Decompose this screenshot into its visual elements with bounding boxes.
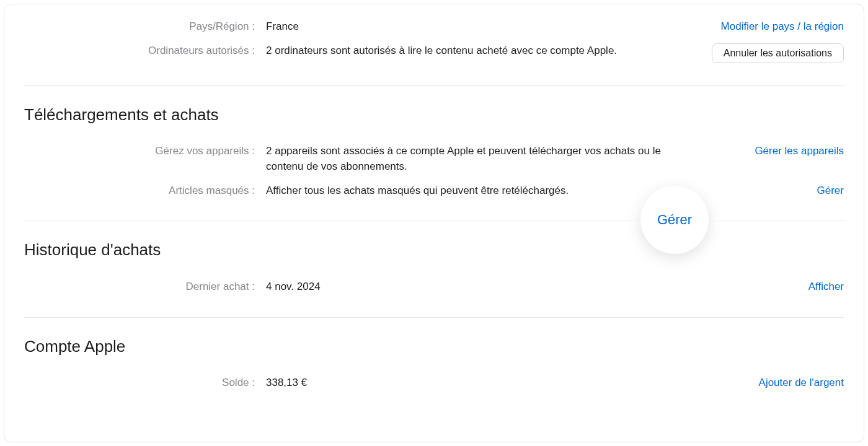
devices-label: Gérez vos appareils : [24, 144, 266, 159]
manage-devices-link[interactable]: Gérer les appareils [755, 144, 844, 159]
divider [24, 317, 844, 318]
manage-hidden-link[interactable]: Gérer [817, 183, 844, 199]
view-history-link[interactable]: Afficher [808, 279, 844, 295]
callout-text: Gérer [657, 210, 692, 230]
account-settings-panel: Pays/Région : France Modifier le pays / … [4, 4, 864, 442]
downloads-section-title: Téléchargements et achats [24, 103, 844, 127]
last-purchase-label: Dernier achat : [24, 279, 266, 295]
manage-devices-row: Gérez vos appareils : 2 appareils sont a… [24, 144, 844, 174]
last-purchase-row: Dernier achat : 4 nov. 2024 Afficher [24, 279, 844, 295]
balance-value: 338,13 € [266, 375, 683, 391]
country-value: France [266, 19, 683, 35]
balance-label: Solde : [24, 375, 266, 391]
apple-account-section-title: Compte Apple [24, 335, 844, 359]
divider [24, 221, 844, 221]
country-label: Pays/Région : [24, 19, 266, 35]
balance-row: Solde : 338,13 € Ajouter de l'argent [24, 375, 844, 391]
divider [24, 85, 844, 86]
last-purchase-value: 4 nov. 2024 [266, 279, 683, 295]
computers-value: 2 ordinateurs sont autorisés à lire le c… [266, 43, 683, 59]
add-funds-link[interactable]: Ajouter de l'argent [759, 375, 844, 391]
history-section-title: Historique d'achats [24, 238, 844, 262]
authorized-computers-row: Ordinateurs autorisés : 2 ordinateurs so… [24, 43, 844, 63]
devices-value: 2 appareils sont associés à ce compte Ap… [266, 144, 683, 174]
hidden-items-row: Articles masqués : Afficher tous les ach… [24, 183, 844, 199]
deauthorize-button[interactable]: Annuler les autorisations [712, 43, 844, 63]
hidden-label: Articles masqués : [24, 183, 266, 199]
edit-country-link[interactable]: Modifier le pays / la région [721, 19, 844, 35]
computers-label: Ordinateurs autorisés : [24, 43, 266, 59]
hidden-value: Afficher tous les achats masqués qui peu… [266, 183, 683, 199]
country-region-row: Pays/Région : France Modifier le pays / … [24, 19, 844, 35]
